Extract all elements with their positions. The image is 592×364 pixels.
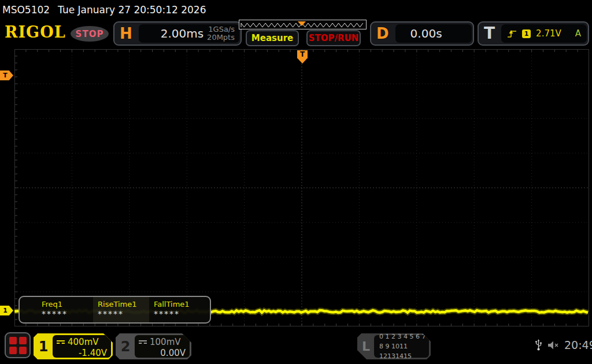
memory-zigzag xyxy=(239,21,365,29)
rising-edge-icon xyxy=(507,29,517,38)
dc-coupling-icon xyxy=(139,340,147,344)
channel2-scale: 100mV xyxy=(150,337,181,347)
timebase-value: 2.00ms xyxy=(139,27,204,40)
trigger-level-marker[interactable]: T xyxy=(0,70,13,80)
channel1-ground-marker[interactable]: 1 xyxy=(0,306,13,315)
logic-analyzer-badge[interactable]: L 0 1 2 3 4 5 6 7 8 9 1011 12131415 xyxy=(357,333,431,359)
stop-run-button-label: STOP/RUN xyxy=(309,33,359,43)
delay-inner: 0.00s xyxy=(395,24,472,43)
rigol-logo: RIGOL xyxy=(5,23,66,41)
dc-coupling-icon xyxy=(57,340,65,344)
horizontal-inner: 2.00ms 1GSa/s 20Mpts xyxy=(139,24,239,43)
measurement-label: Freq1 xyxy=(42,300,93,309)
trigger-level-marker-label: T xyxy=(3,72,8,79)
channel1-scale: 400mV xyxy=(68,337,99,347)
delay-settings-block[interactable]: D 0.00s xyxy=(370,21,474,46)
logic-channels-row1: 0 1 2 3 4 5 6 7 xyxy=(379,332,429,341)
horizontal-settings-block[interactable]: H 2.00ms 1GSa/s 20Mpts xyxy=(113,21,242,46)
oscilloscope-screen: MSO5102 Tue January 27 20:50:12 2026 RIG… xyxy=(0,0,592,364)
clock: 20:49 xyxy=(564,339,592,351)
channel2-badge[interactable]: 2 100mV 0.00V xyxy=(116,333,191,359)
measurement-popup: Freq1 ***** RiseTime1 ***** FallTime1 **… xyxy=(18,296,211,324)
speaker-muted-icon xyxy=(547,340,560,350)
menu-grid-icon[interactable] xyxy=(5,332,31,358)
waveform-memory-bar[interactable] xyxy=(239,20,367,29)
usb-icon xyxy=(535,339,542,351)
channel2-number: 2 xyxy=(116,333,135,359)
trigger-level-value: 2.71V xyxy=(536,28,561,39)
channel1-offset: -1.40V xyxy=(57,348,107,358)
acquisition-info: 1GSa/s 20Mpts xyxy=(207,25,239,42)
channel1-number: 1 xyxy=(34,333,53,359)
menu-grid-dot xyxy=(19,347,27,354)
logic-channels: 0 1 2 3 4 5 6 7 8 9 1011 12131415 xyxy=(374,335,429,358)
measure-button-label: Measure xyxy=(251,33,293,43)
logic-analyzer-label: L xyxy=(357,333,375,359)
trigger-settings-block[interactable]: T 1 2.71V A xyxy=(478,21,589,46)
menu-grid-dot xyxy=(9,347,17,354)
measurement-value: ***** xyxy=(98,309,149,318)
delay-value: 0.00s xyxy=(395,27,442,40)
measurement-value: ***** xyxy=(154,309,205,318)
model-name: MSO5102 xyxy=(2,4,50,16)
datetime: Tue January 27 20:50:12 2026 xyxy=(58,4,206,16)
graticule-grid xyxy=(14,49,589,326)
measurement-item-risetime[interactable]: RiseTime1 ***** xyxy=(93,297,149,322)
menu-grid-dot xyxy=(19,337,27,344)
measurement-item-freq[interactable]: Freq1 ***** xyxy=(37,297,93,322)
run-state-badge: STOP xyxy=(71,26,109,42)
measurement-item-falltime[interactable]: FallTime1 ***** xyxy=(149,297,205,322)
title-bar: MSO5102 Tue January 27 20:50:12 2026 xyxy=(2,2,206,17)
channel1-info: 400mV -1.40V xyxy=(53,335,111,358)
waveform-display[interactable] xyxy=(14,49,589,326)
trigger-inner: 1 2.71V A xyxy=(501,24,587,43)
measurement-value: ***** xyxy=(42,309,93,318)
delay-label: D xyxy=(371,26,394,41)
sample-rate: 1GSa/s xyxy=(208,25,235,34)
trigger-mode: A xyxy=(575,28,581,39)
channel2-info: 100mV 0.00V xyxy=(135,335,190,358)
memory-depth: 20Mpts xyxy=(207,33,235,42)
channel1-badge[interactable]: 1 400mV -1.40V xyxy=(34,333,113,359)
measure-button[interactable]: Measure xyxy=(246,30,299,46)
trigger-source-badge: 1 xyxy=(522,29,531,38)
trigger-position-marker-label: T xyxy=(300,50,305,58)
horizontal-label: H xyxy=(114,26,138,41)
stop-run-button[interactable]: STOP/RUN xyxy=(306,30,361,46)
channel2-offset: 0.00V xyxy=(139,348,186,358)
measurement-label: RiseTime1 xyxy=(98,300,149,309)
trigger-label: T xyxy=(479,25,500,42)
logic-channels-row2: 8 9 1011 12131415 xyxy=(379,341,429,361)
menu-grid-dot xyxy=(9,337,17,344)
measurement-label: FallTime1 xyxy=(154,300,205,309)
channel1-ground-marker-label: 1 xyxy=(3,307,8,314)
